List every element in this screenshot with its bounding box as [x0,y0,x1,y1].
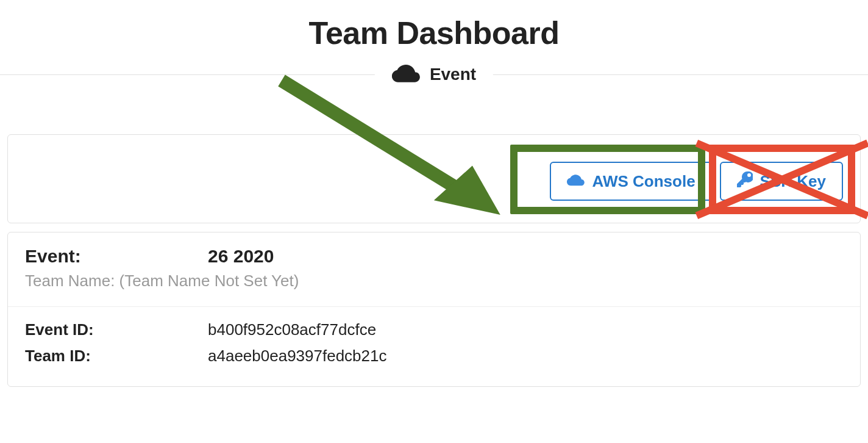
team-id-value: a4aeeb0ea9397fedcb21c [208,347,387,366]
event-value: 26 2020 [208,246,274,267]
aws-console-button[interactable]: AWS Console [550,162,713,201]
event-id-row: Event ID: b400f952c08acf77dcfce [25,320,843,339]
team-id-label: Team ID: [25,347,208,366]
ssh-key-button[interactable]: SSH Key [720,162,843,201]
event-label: Event: [25,246,208,267]
event-id-label: Event ID: [25,320,208,339]
aws-console-label: AWS Console [592,172,695,191]
section-divider: Event [0,63,868,85]
panels: AWS Console SSH Key Event: 26 2020 Team … [7,134,861,387]
inner-divider [8,306,860,307]
section-label-wrap: Event [375,63,493,86]
page-title: Team Dashboard [0,0,868,63]
section-label: Event [430,65,476,84]
cloud-icon [392,63,421,86]
team-name: Team Name: (Team Name Not Set Yet) [25,272,843,290]
event-id-value: b400f952c08acf77dcfce [208,320,376,339]
ssh-key-label: SSH Key [760,172,826,191]
cloud-icon [567,172,585,191]
buttons-panel: AWS Console SSH Key [7,134,861,223]
team-id-row: Team ID: a4aeeb0ea9397fedcb21c [25,347,843,366]
key-icon [737,171,753,192]
event-row: Event: 26 2020 [25,246,843,267]
details-panel: Event: 26 2020 Team Name: (Team Name Not… [7,232,861,387]
